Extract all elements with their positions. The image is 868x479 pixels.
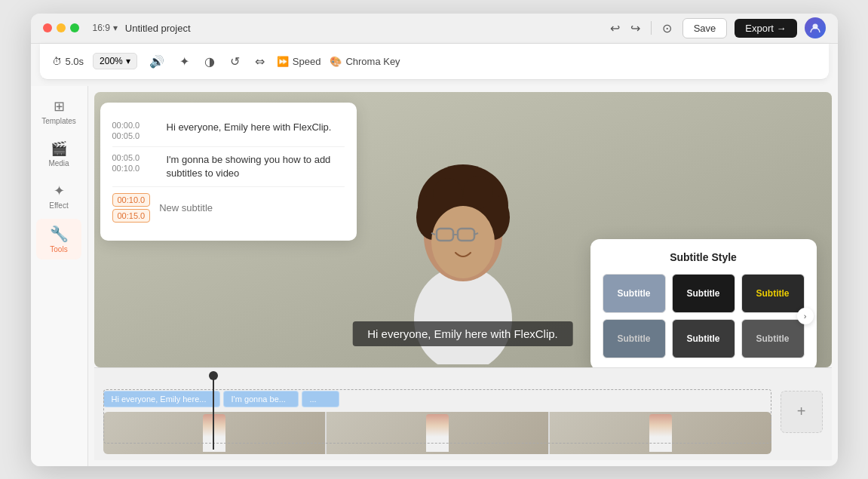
svg-point-7 [433, 178, 463, 211]
volume-icon: 🔊 [149, 54, 164, 69]
style-label-1: Subtitle [618, 288, 651, 299]
chromakey-control[interactable]: 🎨 Chroma Key [330, 56, 400, 67]
templates-icon: ⊞ [54, 98, 65, 115]
chromakey-label: Chroma Key [345, 56, 400, 67]
subtitle-overlay: Hi everyone, Emily here with FlexClip. [352, 321, 573, 346]
user-avatar[interactable] [805, 17, 826, 38]
subtitle-text-1[interactable]: Hi everyone, Emily here with FlexClip. [167, 121, 332, 134]
effects-icon: ✦ [54, 183, 65, 199]
filter-icon: ◑ [204, 54, 215, 69]
app-window: 16:9 ▾ Untitled project ↩ ↪ ⊙ Save Expor… [31, 14, 838, 466]
zoom-value: 200% [100, 56, 123, 66]
style-label-4: Subtitle [618, 333, 651, 344]
sidebar-label-effects: Effect [49, 201, 68, 210]
tools-icon: 🔧 [50, 225, 69, 243]
magic-icon: ✦ [179, 54, 189, 69]
magic-button[interactable]: ✦ [176, 53, 192, 70]
sidebar-item-media[interactable]: 🎬 Media [36, 134, 81, 173]
new-subtitle-input[interactable] [159, 202, 344, 213]
subtitle-start-2: 00:05.0 [112, 153, 158, 162]
style-label-2: Subtitle [687, 288, 720, 299]
sidebar-item-effects[interactable]: ✦ Effect [36, 177, 81, 216]
subtitle-text-2[interactable]: I'm gonna be showing you how to add subt… [167, 153, 345, 180]
style-next-button[interactable]: › [797, 308, 814, 324]
sidebar-label-media: Media [48, 159, 69, 167]
sidebar: ⊞ Templates 🎬 Media ✦ Effect 🔧 Tools [31, 86, 88, 466]
timeline-thumb-1 [103, 412, 325, 454]
flip-icon: ⇔ [255, 54, 265, 69]
speed-label: Speed [293, 56, 321, 67]
timeline-ruler [103, 374, 823, 388]
subtitle-entry-1: 00:00.0 00:05.0 Hi everyone, Emily here … [112, 115, 345, 147]
undo-button[interactable]: ↩ [607, 20, 623, 37]
sidebar-label-templates: Templates [41, 117, 76, 125]
undo-redo-group: ↩ ↪ ⊙ [607, 20, 675, 37]
playhead[interactable] [213, 374, 214, 450]
duration-control[interactable]: ⏱ 5.0s [52, 56, 84, 67]
canvas-area: Hi everyone, Emily here with FlexClip. 0… [88, 86, 838, 466]
rotate-button[interactable]: ↺ [227, 53, 243, 70]
timeline-thumb-3 [550, 412, 771, 454]
timeline-clip-1[interactable]: Hi everyone, Emily here... [103, 391, 220, 407]
new-time-end-badge[interactable]: 00:15.0 [112, 209, 151, 223]
subtitle-start-1: 00:00.0 [112, 121, 158, 130]
save-button[interactable]: Save [682, 18, 728, 38]
style-option-3[interactable]: Subtitle [741, 274, 805, 313]
timeline-area: Hi everyone, Emily here... I'm gonna be.… [94, 367, 832, 460]
style-option-4[interactable]: Subtitle [603, 319, 666, 358]
svg-point-9 [431, 206, 495, 278]
zoom-chevron-icon: ▾ [126, 56, 130, 66]
minimize-button[interactable] [57, 23, 66, 32]
aspect-ratio-selector[interactable]: 16:9 ▾ [93, 23, 118, 33]
style-grid: Subtitle Subtitle Subtitle Subtitle Subt [603, 274, 805, 358]
sidebar-label-tools: Tools [50, 245, 67, 253]
timeline-clip-2[interactable]: I'm gonna be... [223, 391, 299, 407]
style-option-6[interactable]: Subtitle [741, 319, 805, 358]
subtitle-times-2: 00:05.0 00:10.0 [112, 153, 158, 173]
timeline-video-strip [103, 412, 771, 454]
style-option-1[interactable]: Subtitle [603, 274, 666, 313]
record-button[interactable]: ⊙ [659, 20, 675, 37]
rotate-icon: ↺ [230, 54, 240, 69]
ratio-label: 16:9 [93, 23, 110, 33]
traffic-lights [43, 23, 79, 32]
video-canvas: Hi everyone, Emily here with FlexClip. 0… [94, 92, 832, 367]
style-option-5[interactable]: Subtitle [672, 319, 735, 358]
divider [651, 21, 652, 35]
zoom-control[interactable]: 200% ▾ [93, 53, 137, 69]
toolbar: ⏱ 5.0s 200% ▾ 🔊 ✦ ◑ ↺ ⇔ ⏩ Speed 🎨 Chroma… [40, 44, 829, 80]
media-icon: 🎬 [51, 140, 67, 157]
style-option-2[interactable]: Subtitle [672, 274, 735, 313]
timeline-row: Hi everyone, Emily here... I'm gonna be.… [103, 391, 823, 454]
style-label-6: Subtitle [756, 333, 790, 344]
style-panel-title: Subtitle Style [603, 251, 805, 263]
redo-button[interactable]: ↪ [627, 20, 643, 37]
main-content: ⊞ Templates 🎬 Media ✦ Effect 🔧 Tools [31, 86, 838, 466]
timeline-subtitles: Hi everyone, Emily here... I'm gonna be.… [103, 391, 771, 407]
ratio-chevron-icon: ▾ [113, 23, 118, 33]
add-clip-button[interactable]: + [781, 391, 823, 433]
title-bar: 16:9 ▾ Untitled project ↩ ↪ ⊙ Save Expor… [31, 14, 838, 44]
maximize-button[interactable] [70, 23, 79, 32]
subtitle-times-1: 00:00.0 00:05.0 [112, 121, 158, 140]
subtitle-end-1: 00:05.0 [112, 131, 158, 140]
sidebar-item-templates[interactable]: ⊞ Templates [36, 92, 81, 131]
timeline-thumb-2 [327, 412, 548, 454]
close-button[interactable] [43, 23, 52, 32]
svg-point-8 [463, 176, 493, 209]
volume-button[interactable]: 🔊 [146, 53, 167, 70]
export-button[interactable]: Export → [735, 19, 796, 38]
sidebar-item-tools[interactable]: 🔧 Tools [36, 219, 81, 259]
project-title[interactable]: Untitled project [125, 23, 600, 34]
subtitle-end-2: 00:10.0 [112, 164, 158, 173]
duration-icon: ⏱ [52, 56, 62, 67]
speed-control[interactable]: ⏩ Speed [277, 56, 321, 67]
new-time-start-badge[interactable]: 00:10.0 [112, 193, 151, 207]
style-panel: Subtitle Style Subtitle Subtitle Subtitl… [590, 239, 817, 367]
duration-value: 5.0s [66, 56, 84, 67]
filter-button[interactable]: ◑ [201, 53, 218, 70]
timeline-clip-3[interactable]: ... [302, 391, 339, 407]
style-label-5: Subtitle [687, 333, 720, 344]
flip-button[interactable]: ⇔ [252, 53, 268, 70]
chromakey-icon: 🎨 [330, 56, 342, 67]
